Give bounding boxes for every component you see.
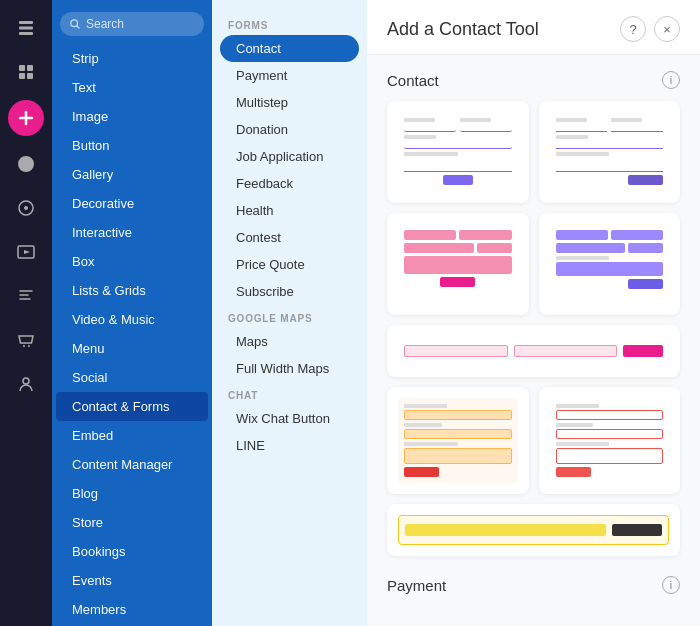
sidebar-item-contact-forms[interactable]: Contact & Forms xyxy=(56,392,208,421)
forms-item-subscribe[interactable]: Subscribe xyxy=(220,278,359,305)
sidebar-item-content-manager[interactable]: Content Manager xyxy=(56,450,208,479)
account-icon[interactable] xyxy=(6,364,46,404)
contact-forms-grid xyxy=(387,101,680,556)
forms-section-label-forms: FORMS xyxy=(212,12,367,35)
svg-point-12 xyxy=(28,345,30,347)
svg-rect-0 xyxy=(19,21,33,24)
forms-item-price-quote[interactable]: Price Quote xyxy=(220,251,359,278)
sidebar-item-text[interactable]: Text xyxy=(56,73,208,102)
forms-item-job-application[interactable]: Job Application xyxy=(220,143,359,170)
form-preview-4 xyxy=(550,224,670,304)
store-icon[interactable] xyxy=(6,320,46,360)
help-button[interactable]: ? xyxy=(620,16,646,42)
svg-rect-1 xyxy=(19,27,33,30)
form-preview-1 xyxy=(398,112,518,192)
sidebar-item-social[interactable]: Social xyxy=(56,363,208,392)
icon-bar xyxy=(0,0,52,626)
sidebar-item-members[interactable]: Members xyxy=(56,595,208,624)
form-preview-7 xyxy=(550,398,670,483)
forms-item-contact[interactable]: Contact xyxy=(220,35,359,62)
svg-rect-5 xyxy=(19,73,25,79)
form-card-8[interactable] xyxy=(387,504,680,556)
main-scroll: Contact i xyxy=(367,55,700,626)
form-preview-2 xyxy=(550,112,670,192)
svg-marker-10 xyxy=(24,250,30,254)
form-card-7[interactable] xyxy=(539,387,681,494)
form-card-5[interactable] xyxy=(387,325,680,377)
forms-item-multistep[interactable]: Multistep xyxy=(220,89,359,116)
svg-rect-3 xyxy=(19,65,25,71)
apps-icon[interactable] xyxy=(6,188,46,228)
sidebar-item-decorative[interactable]: Decorative xyxy=(56,189,208,218)
pages-icon[interactable] xyxy=(6,8,46,48)
forms-item-payment[interactable]: Payment xyxy=(220,62,359,89)
svg-rect-4 xyxy=(27,65,33,71)
forms-item-maps[interactable]: Maps xyxy=(220,328,359,355)
svg-point-8 xyxy=(24,206,28,210)
forms-section-label-maps: GOOGLE MAPS xyxy=(212,305,367,328)
svg-rect-2 xyxy=(19,32,33,35)
svg-point-14 xyxy=(71,20,78,27)
forms-item-feedback[interactable]: Feedback xyxy=(220,170,359,197)
sidebar-item-menu[interactable]: Menu xyxy=(56,334,208,363)
sidebar: Search Strip Text Image Button Gallery D… xyxy=(52,0,212,626)
sidebar-item-store[interactable]: Store xyxy=(56,508,208,537)
form-card-3[interactable] xyxy=(387,213,529,315)
media-icon[interactable] xyxy=(6,232,46,272)
main-content: Add a Contact Tool ? × Contact i xyxy=(367,0,700,626)
sidebar-item-box[interactable]: Box xyxy=(56,247,208,276)
forms-item-donation[interactable]: Donation xyxy=(220,116,359,143)
form-preview-8 xyxy=(398,515,669,545)
add-panel-icon[interactable] xyxy=(8,100,44,136)
contact-section-title: Contact xyxy=(387,72,439,89)
sidebar-item-strip[interactable]: Strip xyxy=(56,44,208,73)
forms-item-wix-chat[interactable]: Wix Chat Button xyxy=(220,405,359,432)
form-card-1[interactable] xyxy=(387,101,529,203)
search-label: Search xyxy=(86,17,124,31)
payment-section-header: Payment i xyxy=(387,576,680,594)
forms-panel: FORMS Contact Payment Multistep Donation… xyxy=(212,0,367,626)
sidebar-item-gallery[interactable]: Gallery xyxy=(56,160,208,189)
sidebar-item-image[interactable]: Image xyxy=(56,102,208,131)
forms-item-full-width-maps[interactable]: Full Width Maps xyxy=(220,355,359,382)
form-card-6[interactable] xyxy=(387,387,529,494)
contact-info-icon[interactable]: i xyxy=(662,71,680,89)
sidebar-item-lists-grids[interactable]: Lists & Grids xyxy=(56,276,208,305)
sidebar-item-button[interactable]: Button xyxy=(56,131,208,160)
payment-info-icon[interactable]: i xyxy=(662,576,680,594)
layout-icon[interactable] xyxy=(6,52,46,92)
svg-point-13 xyxy=(23,378,29,384)
forms-item-health[interactable]: Health xyxy=(220,197,359,224)
svg-line-15 xyxy=(77,26,79,28)
form-preview-6 xyxy=(398,398,518,483)
blog-icon[interactable] xyxy=(6,276,46,316)
contact-section-header: Contact i xyxy=(387,71,680,89)
sidebar-item-video-music[interactable]: Video & Music xyxy=(56,305,208,334)
sidebar-item-events[interactable]: Events xyxy=(56,566,208,595)
form-preview-3 xyxy=(398,224,518,304)
theme-icon[interactable] xyxy=(6,144,46,184)
sidebar-item-interactive[interactable]: Interactive xyxy=(56,218,208,247)
dialog-actions: ? × xyxy=(620,16,680,42)
forms-section-label-chat: CHAT xyxy=(212,382,367,405)
payment-section-title: Payment xyxy=(387,577,446,594)
svg-point-11 xyxy=(23,345,25,347)
dialog-title: Add a Contact Tool xyxy=(387,19,539,40)
forms-item-contest[interactable]: Contest xyxy=(220,224,359,251)
form-card-4[interactable] xyxy=(539,213,681,315)
search-box[interactable]: Search xyxy=(60,12,204,36)
sidebar-item-blog[interactable]: Blog xyxy=(56,479,208,508)
dialog-header: Add a Contact Tool ? × xyxy=(367,0,700,55)
sidebar-item-bookings[interactable]: Bookings xyxy=(56,537,208,566)
close-button[interactable]: × xyxy=(654,16,680,42)
svg-rect-6 xyxy=(27,73,33,79)
form-card-2[interactable] xyxy=(539,101,681,203)
forms-item-line[interactable]: LINE xyxy=(220,432,359,459)
sidebar-item-embed[interactable]: Embed xyxy=(56,421,208,450)
form-preview-5 xyxy=(398,336,669,366)
